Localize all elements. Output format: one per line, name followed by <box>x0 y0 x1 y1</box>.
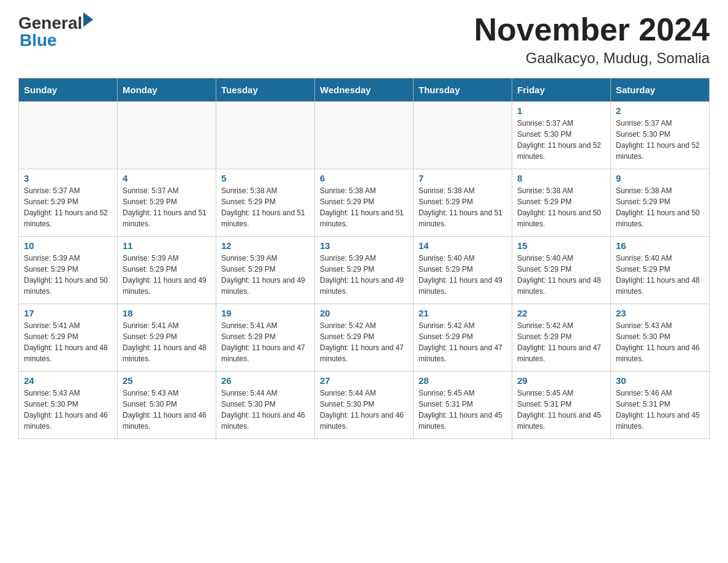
day-of-week-header: Friday <box>512 79 611 102</box>
calendar-day-cell: 2Sunrise: 5:37 AMSunset: 5:30 PMDaylight… <box>611 102 710 169</box>
day-info: Sunrise: 5:40 AMSunset: 5:29 PMDaylight:… <box>517 253 605 297</box>
calendar-day-cell: 28Sunrise: 5:45 AMSunset: 5:31 PMDayligh… <box>414 372 512 439</box>
day-info: Sunrise: 5:39 AMSunset: 5:29 PMDaylight:… <box>123 253 211 297</box>
calendar-day-cell: 27Sunrise: 5:44 AMSunset: 5:30 PMDayligh… <box>315 372 414 439</box>
day-number: 9 <box>616 173 704 183</box>
day-info: Sunrise: 5:37 AMSunset: 5:29 PMDaylight:… <box>24 185 112 229</box>
day-info: Sunrise: 5:45 AMSunset: 5:31 PMDaylight:… <box>517 388 605 432</box>
calendar-day-cell: 13Sunrise: 5:39 AMSunset: 5:29 PMDayligh… <box>315 237 414 304</box>
day-info: Sunrise: 5:41 AMSunset: 5:29 PMDaylight:… <box>221 320 309 364</box>
calendar-day-cell: 30Sunrise: 5:46 AMSunset: 5:31 PMDayligh… <box>611 372 710 439</box>
calendar-day-cell: 26Sunrise: 5:44 AMSunset: 5:30 PMDayligh… <box>216 372 315 439</box>
calendar-week-row: 17Sunrise: 5:41 AMSunset: 5:29 PMDayligh… <box>19 304 710 372</box>
day-info: Sunrise: 5:42 AMSunset: 5:29 PMDaylight:… <box>419 320 507 364</box>
day-number: 8 <box>517 173 605 183</box>
day-number: 3 <box>24 173 112 183</box>
calendar-day-cell <box>19 102 118 169</box>
calendar-day-cell: 12Sunrise: 5:39 AMSunset: 5:29 PMDayligh… <box>216 237 315 304</box>
day-number: 6 <box>320 173 408 183</box>
day-info: Sunrise: 5:42 AMSunset: 5:29 PMDaylight:… <box>517 320 605 364</box>
day-info: Sunrise: 5:41 AMSunset: 5:29 PMDaylight:… <box>123 320 211 364</box>
day-number: 12 <box>221 240 309 251</box>
day-number: 1 <box>517 105 605 116</box>
day-number: 22 <box>517 308 605 318</box>
day-info: Sunrise: 5:44 AMSunset: 5:30 PMDaylight:… <box>320 388 408 432</box>
day-info: Sunrise: 5:38 AMSunset: 5:29 PMDaylight:… <box>616 185 704 229</box>
day-number: 17 <box>24 308 112 318</box>
day-of-week-header: Saturday <box>611 79 710 102</box>
day-number: 15 <box>517 240 605 251</box>
calendar-day-cell: 19Sunrise: 5:41 AMSunset: 5:29 PMDayligh… <box>216 304 315 372</box>
title-area: November 2024 Gaalkacyo, Mudug, Somalia <box>474 12 710 67</box>
calendar-day-cell: 17Sunrise: 5:41 AMSunset: 5:29 PMDayligh… <box>19 304 118 372</box>
day-number: 7 <box>419 173 507 183</box>
calendar-day-cell: 11Sunrise: 5:39 AMSunset: 5:29 PMDayligh… <box>118 237 216 304</box>
day-info: Sunrise: 5:43 AMSunset: 5:30 PMDaylight:… <box>123 388 211 432</box>
day-info: Sunrise: 5:46 AMSunset: 5:31 PMDaylight:… <box>616 388 704 432</box>
day-number: 25 <box>123 375 211 386</box>
calendar-day-cell: 5Sunrise: 5:38 AMSunset: 5:29 PMDaylight… <box>216 169 315 237</box>
day-number: 5 <box>221 173 309 183</box>
day-info: Sunrise: 5:40 AMSunset: 5:29 PMDaylight:… <box>419 253 507 297</box>
day-number: 2 <box>616 105 704 116</box>
day-of-week-header: Wednesday <box>315 79 414 102</box>
day-number: 24 <box>24 375 112 386</box>
calendar-week-row: 3Sunrise: 5:37 AMSunset: 5:29 PMDaylight… <box>19 169 710 237</box>
day-info: Sunrise: 5:38 AMSunset: 5:29 PMDaylight:… <box>221 185 309 229</box>
day-info: Sunrise: 5:43 AMSunset: 5:30 PMDaylight:… <box>24 388 112 432</box>
day-number: 20 <box>320 308 408 318</box>
day-number: 28 <box>419 375 507 386</box>
day-info: Sunrise: 5:39 AMSunset: 5:29 PMDaylight:… <box>320 253 408 297</box>
day-of-week-header: Thursday <box>414 79 512 102</box>
calendar-day-cell: 29Sunrise: 5:45 AMSunset: 5:31 PMDayligh… <box>512 372 611 439</box>
calendar-header-row: SundayMondayTuesdayWednesdayThursdayFrid… <box>19 79 710 102</box>
logo-arrow-icon <box>83 12 93 27</box>
calendar-day-cell: 8Sunrise: 5:38 AMSunset: 5:29 PMDaylight… <box>512 169 611 237</box>
calendar-table: SundayMondayTuesdayWednesdayThursdayFrid… <box>18 78 710 439</box>
day-number: 29 <box>517 375 605 386</box>
logo-blue-text: Blue <box>20 31 57 50</box>
day-info: Sunrise: 5:37 AMSunset: 5:29 PMDaylight:… <box>123 185 211 229</box>
day-info: Sunrise: 5:42 AMSunset: 5:29 PMDaylight:… <box>320 320 408 364</box>
calendar-week-row: 24Sunrise: 5:43 AMSunset: 5:30 PMDayligh… <box>19 372 710 439</box>
day-number: 4 <box>123 173 211 183</box>
day-of-week-header: Sunday <box>19 79 118 102</box>
calendar-day-cell: 16Sunrise: 5:40 AMSunset: 5:29 PMDayligh… <box>611 237 710 304</box>
day-number: 13 <box>320 240 408 251</box>
day-info: Sunrise: 5:38 AMSunset: 5:29 PMDaylight:… <box>419 185 507 229</box>
calendar-title: November 2024 <box>474 12 710 47</box>
calendar-day-cell <box>118 102 216 169</box>
logo-general-text: General <box>18 15 82 32</box>
calendar-week-row: 10Sunrise: 5:39 AMSunset: 5:29 PMDayligh… <box>19 237 710 304</box>
calendar-week-row: 1Sunrise: 5:37 AMSunset: 5:30 PMDaylight… <box>19 102 710 169</box>
day-info: Sunrise: 5:39 AMSunset: 5:29 PMDaylight:… <box>24 253 112 297</box>
day-info: Sunrise: 5:43 AMSunset: 5:30 PMDaylight:… <box>616 320 704 364</box>
calendar-day-cell: 18Sunrise: 5:41 AMSunset: 5:29 PMDayligh… <box>118 304 216 372</box>
calendar-day-cell <box>414 102 512 169</box>
calendar-subtitle: Gaalkacyo, Mudug, Somalia <box>474 50 710 67</box>
calendar-day-cell: 24Sunrise: 5:43 AMSunset: 5:30 PMDayligh… <box>19 372 118 439</box>
day-number: 11 <box>123 240 211 251</box>
day-number: 26 <box>221 375 309 386</box>
calendar-day-cell: 4Sunrise: 5:37 AMSunset: 5:29 PMDaylight… <box>118 169 216 237</box>
calendar-day-cell: 3Sunrise: 5:37 AMSunset: 5:29 PMDaylight… <box>19 169 118 237</box>
calendar-day-cell: 14Sunrise: 5:40 AMSunset: 5:29 PMDayligh… <box>414 237 512 304</box>
calendar-day-cell: 22Sunrise: 5:42 AMSunset: 5:29 PMDayligh… <box>512 304 611 372</box>
day-number: 16 <box>616 240 704 251</box>
day-of-week-header: Tuesday <box>216 79 315 102</box>
calendar-day-cell: 20Sunrise: 5:42 AMSunset: 5:29 PMDayligh… <box>315 304 414 372</box>
day-info: Sunrise: 5:44 AMSunset: 5:30 PMDaylight:… <box>221 388 309 432</box>
day-info: Sunrise: 5:38 AMSunset: 5:29 PMDaylight:… <box>320 185 408 229</box>
day-number: 18 <box>123 308 211 318</box>
calendar-day-cell: 23Sunrise: 5:43 AMSunset: 5:30 PMDayligh… <box>611 304 710 372</box>
day-number: 19 <box>221 308 309 318</box>
day-info: Sunrise: 5:40 AMSunset: 5:29 PMDaylight:… <box>616 253 704 297</box>
day-info: Sunrise: 5:45 AMSunset: 5:31 PMDaylight:… <box>419 388 507 432</box>
calendar-day-cell: 7Sunrise: 5:38 AMSunset: 5:29 PMDaylight… <box>414 169 512 237</box>
day-number: 14 <box>419 240 507 251</box>
day-number: 30 <box>616 375 704 386</box>
day-info: Sunrise: 5:41 AMSunset: 5:29 PMDaylight:… <box>24 320 112 364</box>
header: General Blue November 2024 Gaalkacyo, Mu… <box>18 12 710 67</box>
day-info: Sunrise: 5:37 AMSunset: 5:30 PMDaylight:… <box>616 118 704 162</box>
logo-area: General Blue <box>18 12 93 50</box>
